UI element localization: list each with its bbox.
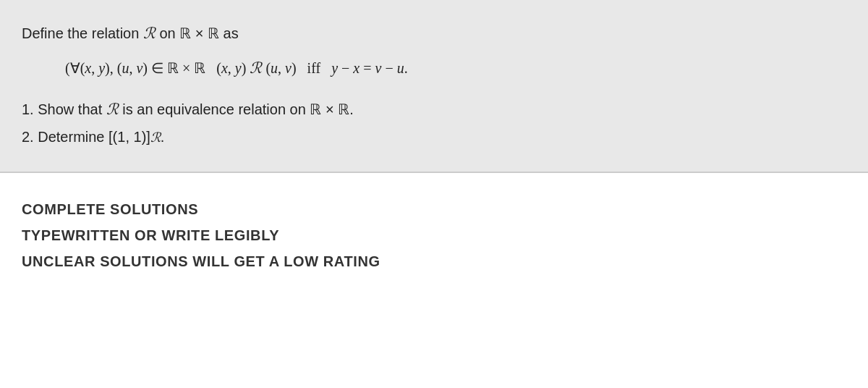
formula-line: (∀(x, y), (u, v) ∈ ℝ × ℝ (x, y) ℛ (u, v)… bbox=[65, 57, 846, 80]
q1-suffix: is an equivalence relation on ℝ × ℝ. bbox=[119, 101, 354, 117]
bottom-line-1: COMPLETE SOLUTIONS bbox=[22, 196, 846, 222]
define-suffix: on ℝ × ℝ as bbox=[156, 25, 239, 41]
top-section: Define the relation ℛ on ℝ × ℝ as (∀(x, … bbox=[0, 0, 868, 172]
bottom-section: COMPLETE SOLUTIONS TYPEWRITTEN OR WRITE … bbox=[0, 173, 868, 388]
questions: 1. Show that ℛ is an equivalence relatio… bbox=[22, 96, 846, 150]
relation-symbol-header: ℛ bbox=[143, 25, 156, 42]
formula-content: (∀(x, y), (u, v) ∈ ℝ × ℝ (x, y) ℛ (u, v)… bbox=[65, 60, 408, 76]
q2-text: 2. Determine [(1, 1)]ℛ. bbox=[22, 129, 164, 145]
question-1: 1. Show that ℛ is an equivalence relatio… bbox=[22, 96, 846, 124]
bottom-line-2: TYPEWRITTEN OR WRITE LEGIBLY bbox=[22, 222, 846, 248]
define-prefix: Define the relation bbox=[22, 25, 143, 41]
bottom-text: COMPLETE SOLUTIONS TYPEWRITTEN OR WRITE … bbox=[22, 196, 846, 274]
relation-symbol-q1: ℛ bbox=[106, 101, 119, 118]
define-line: Define the relation ℛ on ℝ × ℝ as bbox=[22, 23, 846, 44]
bottom-line-3: UNCLEAR SOLUTIONS WILL GET A LOW RATING bbox=[22, 248, 846, 274]
q1-prefix: 1. Show that bbox=[22, 101, 106, 117]
question-2: 2. Determine [(1, 1)]ℛ. bbox=[22, 124, 846, 150]
relation-symbol-q2: ℛ bbox=[150, 130, 161, 145]
